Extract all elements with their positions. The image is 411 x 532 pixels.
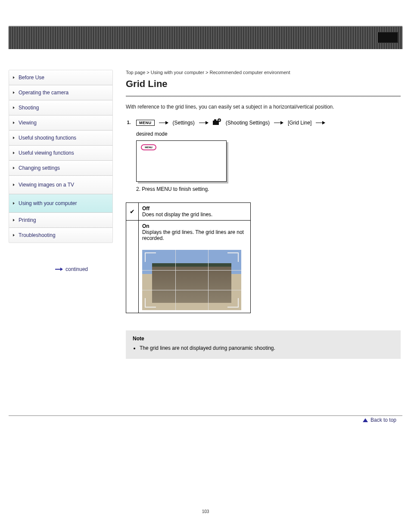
sidebar-item-label: Useful viewing functions: [19, 150, 74, 156]
sidebar-continue-link[interactable]: continued: [55, 266, 88, 272]
sidebar-item-viewing[interactable]: Viewing: [9, 115, 112, 131]
camera-settings-icon: [213, 118, 221, 127]
option-off-desc: Does not display the grid lines.: [142, 212, 247, 218]
sidebar-item-label: Printing: [19, 217, 36, 223]
focus-corner-icon: [145, 252, 156, 262]
menu-highlight-label: MENU: [145, 146, 153, 149]
arrow-right-icon: [199, 121, 209, 125]
settings-text: (Settings): [173, 120, 195, 126]
svg-rect-7: [214, 119, 216, 121]
sidebar-item-using-computer[interactable]: Using with your computer: [9, 194, 112, 213]
focus-corner-icon: [145, 298, 156, 308]
grid-line-preview: [142, 250, 241, 310]
note-box: Note The grid lines are not displayed du…: [126, 330, 401, 359]
intro-text: With reference to the grid lines, you ca…: [126, 103, 401, 111]
continue-label: continued: [65, 266, 88, 272]
sidebar-item-changing-settings[interactable]: Changing settings: [9, 161, 112, 176]
step-1-tail: desired mode: [136, 131, 401, 137]
svg-marker-5: [206, 121, 209, 124]
sidebar-item-label: Changing settings: [19, 165, 60, 171]
option-on-label: On: [142, 223, 247, 229]
focus-corner-icon: [227, 252, 239, 262]
sidebar-item-label: Operating the camera: [19, 90, 68, 96]
arrow-right-icon: [274, 121, 283, 125]
back-to-top-label: Back to top: [371, 417, 396, 423]
grid-line-item-text: [Grid Line]: [288, 120, 311, 126]
sidebar-item-shooting[interactable]: Shooting: [9, 100, 112, 115]
note-item: The grid lines are not displayed during …: [140, 345, 394, 351]
header-top-accent: [9, 26, 402, 49]
header-strip: [9, 26, 402, 49]
menu-highlight: MENU: [141, 144, 156, 150]
sidebar-item-useful-shooting[interactable]: Useful shooting functions: [9, 131, 112, 146]
options-table: ✔ Off Does not display the grid lines. O…: [126, 202, 251, 313]
title-rule: [126, 96, 401, 97]
menu-badge: MENU: [136, 120, 155, 126]
table-row: ✔ Off Does not display the grid lines.: [126, 203, 251, 221]
grid-line-horizontal: [142, 290, 241, 290]
svg-marker-1: [60, 268, 63, 271]
grid-line-vertical: [175, 250, 176, 310]
footer-rule: [9, 415, 402, 416]
step-1-row: 1. MENU (Settings) (Shooting Settings) […: [126, 118, 401, 127]
sidebar-item-troubleshooting[interactable]: Troubleshooting: [9, 228, 112, 243]
arrow-right-icon: [159, 121, 168, 125]
table-cell: Off Does not display the grid lines.: [139, 203, 251, 221]
sidebar-item-before-use[interactable]: Before Use: [9, 70, 112, 85]
table-row: On Displays the grid lines. The grid lin…: [126, 221, 251, 313]
svg-marker-12: [280, 121, 283, 124]
sidebar-item-printing[interactable]: Printing: [9, 213, 112, 228]
preview-building: [152, 267, 231, 303]
header-badge: [377, 32, 398, 43]
sidebar: Before Use Operating the camera Shooting…: [9, 70, 113, 243]
sidebar-item-label: Useful shooting functions: [19, 135, 76, 141]
sidebar-item-label: Before Use: [19, 75, 44, 81]
sidebar-item-operating[interactable]: Operating the camera: [9, 85, 112, 100]
grid-line-horizontal: [142, 270, 241, 271]
arrow-right-icon: [55, 268, 63, 271]
table-cell-check: ✔: [126, 203, 139, 221]
note-title: Note: [133, 336, 394, 342]
svg-marker-3: [165, 121, 168, 124]
screen-mockup: MENU: [136, 140, 227, 182]
step-2-text: 2. Press MENU to finish setting.: [136, 186, 401, 192]
checkmark-icon: ✔: [130, 208, 135, 215]
page-number: 103: [0, 509, 411, 514]
sidebar-item-label: Viewing: [19, 120, 37, 126]
page-title: Grid Line: [126, 78, 401, 90]
sidebar-item-label: Troubleshooting: [19, 232, 56, 238]
table-cell-check: [126, 221, 139, 313]
sidebar-item-label: Viewing images on a TV: [19, 182, 74, 188]
sidebar-item-useful-viewing[interactable]: Useful viewing functions: [9, 146, 112, 161]
back-to-top-link[interactable]: Back to top: [363, 417, 396, 423]
breadcrumb: Top page > Using with your computer > Re…: [126, 70, 401, 75]
arrow-right-icon: [316, 121, 325, 125]
sidebar-item-label: Shooting: [19, 105, 39, 111]
main-content: Top page > Using with your computer > Re…: [126, 70, 401, 359]
shooting-settings-text: (Shooting Settings): [226, 120, 270, 126]
svg-marker-14: [322, 121, 325, 124]
triangle-up-icon: [363, 418, 368, 422]
step-number: 1.: [126, 120, 132, 126]
sidebar-item-viewing-tv[interactable]: Viewing images on a TV: [9, 176, 112, 194]
sidebar-item-label: Using with your computer: [19, 200, 77, 206]
focus-corner-icon: [227, 298, 239, 308]
grid-line-vertical: [208, 250, 209, 310]
table-cell: On Displays the grid lines. The grid lin…: [139, 221, 251, 313]
option-on-desc: Displays the grid lines. The grid lines …: [142, 229, 247, 241]
option-off-label: Off: [142, 205, 247, 212]
